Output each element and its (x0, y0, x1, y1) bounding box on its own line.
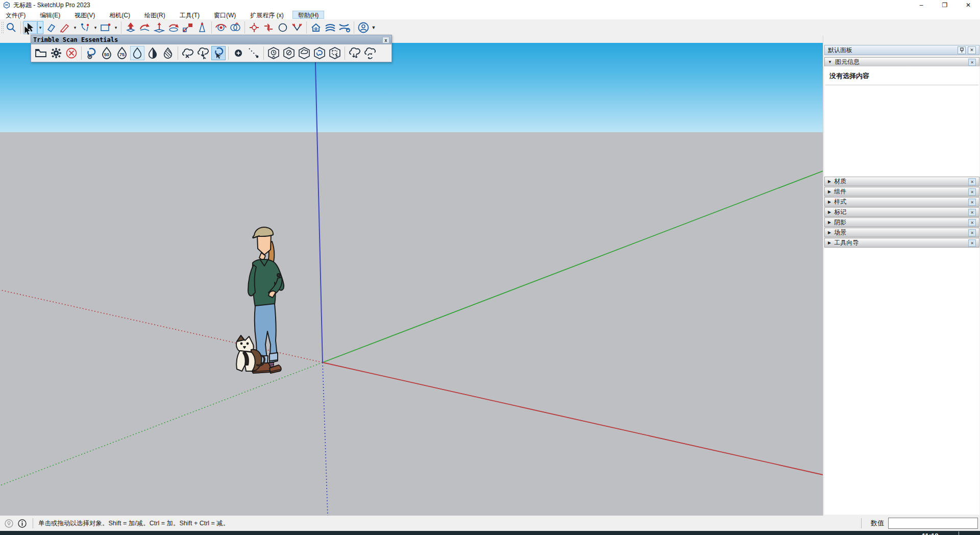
scale-figure[interactable] (225, 222, 311, 380)
dotted-line-button[interactable] (247, 46, 261, 60)
density-75-button[interactable]: 75 (115, 46, 129, 60)
point-cloud-pick-button[interactable] (211, 46, 226, 60)
point-cloud-button[interactable] (84, 46, 99, 60)
rectangle-tool-button[interactable] (99, 21, 113, 34)
tray-title: 默认面板 (828, 46, 852, 55)
cloud-remove-button[interactable] (181, 46, 195, 60)
density-clear-button[interactable] (130, 46, 144, 60)
restore-button[interactable]: ❐ (933, 0, 957, 10)
section-scenes-label: 场景 (834, 228, 846, 237)
tray-pin-button[interactable] (958, 46, 966, 54)
box-history-button[interactable] (266, 46, 281, 60)
scan-settings-button[interactable] (49, 46, 63, 60)
status-bar: 单击或拖动以选择对象。Shift = 加/减。Ctrl = 加。Shift + … (0, 516, 980, 531)
close-button[interactable]: ✕ (957, 0, 980, 10)
box-select-button[interactable] (328, 46, 342, 60)
minimize-button[interactable]: – (910, 0, 933, 10)
offset-tool-button[interactable] (261, 21, 276, 34)
scan-essentials-settings-button[interactable] (337, 21, 352, 34)
section-entity-info-close[interactable]: ✕ (968, 59, 976, 66)
scan-toolbar-close-button[interactable]: x (382, 37, 389, 43)
menu-file[interactable]: 文件(F) (0, 11, 31, 19)
line-tool-caret[interactable]: ▾ (72, 21, 78, 34)
menu-help[interactable]: 帮助(H) (292, 11, 325, 19)
section-materials-close[interactable]: ✕ (968, 178, 976, 185)
section-shadows-label: 阴影 (834, 218, 846, 227)
tray-header[interactable]: 默认面板 ✕ (824, 45, 979, 55)
section-plane-button[interactable] (323, 21, 337, 34)
scan-toolbar-title: Trimble Scan Essentials (33, 36, 118, 43)
measurement-input[interactable] (888, 518, 978, 529)
scan-toolbar-body: 50 75 (31, 44, 391, 62)
cloud-sync-button[interactable] (363, 46, 377, 60)
account-button[interactable] (356, 21, 371, 34)
section-materials[interactable]: ▶ 材质 ✕ (824, 177, 979, 186)
menu-view[interactable]: 视图(V) (69, 11, 101, 19)
menu-extensions[interactable]: 扩展程序 (x) (244, 11, 289, 19)
orbit-tool-button[interactable] (214, 21, 228, 34)
section-scenes[interactable]: ▶ 场景 ✕ (824, 228, 979, 237)
density-50-button[interactable]: 50 (100, 46, 114, 60)
select-tool-caret[interactable]: ▾ (37, 21, 43, 34)
follow-me-tool-button[interactable] (138, 21, 152, 34)
tape-measure-tool-button[interactable] (195, 21, 209, 34)
add-point-button[interactable] (231, 46, 246, 60)
info-icon[interactable] (18, 519, 27, 528)
scan-toolbar-titlebar[interactable]: Trimble Scan Essentials x (31, 35, 391, 44)
axes-tool-button[interactable] (247, 21, 261, 34)
cloud-download-button[interactable] (348, 46, 362, 60)
section-scenes-close[interactable]: ✕ (968, 229, 976, 236)
open-folder-button[interactable] (34, 46, 48, 60)
section-styles[interactable]: ▶ 样式 ✕ (824, 197, 979, 207)
box-cloud-button[interactable] (297, 46, 311, 60)
push-pull-tool-button[interactable] (124, 21, 138, 34)
rectangle-tool-caret[interactable]: ▾ (113, 21, 119, 34)
geolocation-icon[interactable] (5, 519, 13, 528)
section-components[interactable]: ▶ 组件 ✕ (824, 187, 979, 197)
menu-draw[interactable]: 绘图(R) (139, 11, 171, 19)
density-hatch-button[interactable] (161, 46, 175, 60)
menu-tools[interactable]: 工具(T) (174, 11, 205, 19)
cancel-button[interactable] (64, 46, 79, 60)
svg-text:50: 50 (104, 52, 109, 57)
freehand-tool-caret[interactable]: ▾ (92, 21, 99, 34)
account-caret[interactable]: ▼ (371, 21, 377, 34)
section-tags[interactable]: ▶ 标记 ✕ (824, 207, 979, 217)
box-point-cloud-button[interactable] (312, 46, 327, 60)
density-half-button[interactable] (145, 46, 160, 60)
freehand-tool-button[interactable] (78, 21, 92, 34)
windows-taskbar-sliver[interactable]: 11:18 (0, 531, 980, 535)
rotate-tool-button[interactable] (166, 21, 181, 34)
menu-window[interactable]: 窗口(W) (208, 11, 241, 19)
eraser-tool-button[interactable] (43, 21, 58, 34)
section-instructor[interactable]: ▶ 工具向导 ✕ (824, 238, 979, 248)
scale-tool-button[interactable] (181, 21, 195, 34)
line-tool-button[interactable] (58, 21, 72, 34)
search-tool-button[interactable] (4, 21, 18, 34)
status-hint: 单击或拖动以选择对象。Shift = 加/减。Ctrl = 加。Shift + … (38, 519, 229, 528)
section-tags-close[interactable]: ✕ (968, 209, 976, 216)
menu-edit[interactable]: 编辑(E) (34, 11, 66, 19)
move-tool-button[interactable] (152, 21, 166, 34)
menu-camera[interactable]: 相机(C) (104, 11, 136, 19)
pan-tool-button[interactable] (228, 21, 242, 34)
tray-close-button[interactable]: ✕ (968, 46, 976, 54)
section-styles-close[interactable]: ✕ (968, 199, 976, 206)
section-components-close[interactable]: ✕ (968, 188, 976, 196)
circle-tool-button[interactable] (276, 21, 290, 34)
cloud-pick-button[interactable] (196, 46, 210, 60)
density-75-icon: 75 (116, 47, 128, 59)
box-none-button[interactable] (282, 46, 296, 60)
window-title: 无标题 - SketchUp Pro 2023 (13, 1, 90, 10)
section-instructor-close[interactable]: ✕ (968, 239, 976, 247)
scan-essentials-toolbar[interactable]: Trimble Scan Essentials x (31, 35, 392, 62)
zoom-window-icon (291, 22, 303, 33)
rectangle-icon (100, 22, 112, 33)
zoom-window-tool-button[interactable] (290, 21, 304, 34)
viewport-3d[interactable] (0, 36, 823, 516)
section-entity-info[interactable]: ▼ 图元信息 ✕ (824, 57, 979, 67)
section-shadows-close[interactable]: ✕ (968, 219, 976, 226)
axes-icon (249, 22, 260, 33)
section-shadows[interactable]: ▶ 阴影 ✕ (824, 217, 979, 227)
model-library-button[interactable] (309, 21, 323, 34)
